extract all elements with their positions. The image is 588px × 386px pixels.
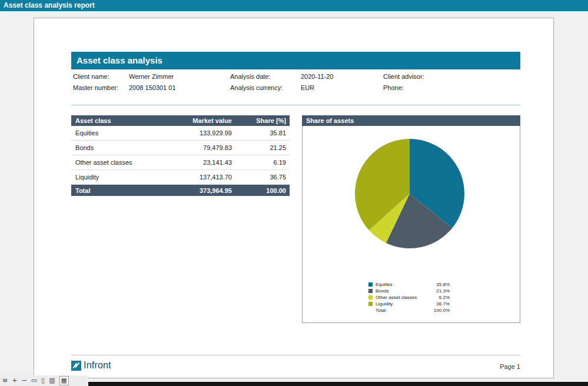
market-value: 133,929.99 <box>165 129 233 137</box>
market-value: 23,141.43 <box>165 159 233 166</box>
share-percent: 35.81 <box>233 129 290 137</box>
table-row: Bonds 79,479.83 21.25 <box>71 141 290 155</box>
table-row: Equities 133,929.99 35.81 <box>71 126 290 141</box>
chart-legend: Equities 35.8% Bonds 21.3% Other asset c… <box>368 281 450 314</box>
legend-total-label: Total: <box>376 308 430 313</box>
total-market-value: 373,964.95 <box>165 187 233 194</box>
share-percent: 6.19 <box>233 159 290 166</box>
table-row: Other asset classes 23,141.43 6.19 <box>71 155 290 170</box>
total-share: 100.00 <box>233 187 290 194</box>
analysis-date-value: 2020-11-20 <box>301 73 333 81</box>
table-header-row: Asset class Market value Share [%] <box>71 115 290 126</box>
asset-class-name: Other asset classes <box>71 159 165 166</box>
legend-label: Other asset classes <box>376 295 430 300</box>
infront-logo-icon <box>71 361 81 371</box>
analysis-date-label: Analysis date: <box>230 73 270 81</box>
window-title-bar: Asset class analysis report <box>0 0 588 11</box>
legend-total-row: Total: 100.0% <box>368 307 450 314</box>
analysis-currency-value: EUR <box>301 84 314 92</box>
legend-swatch-liquidity <box>368 302 373 306</box>
page-number: Page 1 <box>461 363 520 370</box>
table-row: Liquidity 137,413.70 36.75 <box>71 170 290 185</box>
analysis-currency-label: Analysis currency: <box>230 84 283 92</box>
legend-label: Equities <box>376 282 430 287</box>
col-header-market-value: Market value <box>165 117 233 124</box>
legend-swatch-bonds <box>368 289 373 293</box>
two-page-view-icon[interactable]: ▥ <box>49 377 55 385</box>
market-value: 137,413.70 <box>165 174 233 181</box>
legend-item: Equities 35.8% <box>368 281 450 288</box>
thumbnail-view-icon[interactable]: ▦ <box>59 376 69 385</box>
asset-class-table: Asset class Market value Share [%] Equit… <box>71 115 290 196</box>
legend-item: Other asset classes 6.2% <box>368 294 450 301</box>
report-title: Asset class analysis <box>77 55 162 65</box>
report-page: Asset class analysis Client name: Werner… <box>34 18 554 378</box>
master-number-value: 2008 150301 01 <box>129 84 176 92</box>
pie-chart <box>351 135 469 252</box>
share-percent: 36.75 <box>233 174 290 181</box>
legend-label: Bonds <box>376 288 430 294</box>
col-header-asset-class: Asset class <box>71 117 165 124</box>
share-percent: 21.25 <box>233 144 290 151</box>
table-total-row: Total 373,964.95 100.00 <box>71 185 290 196</box>
bottom-edge-bar <box>26 382 588 386</box>
info-divider <box>71 105 520 105</box>
brand-name: Infront <box>84 360 111 371</box>
legend-value: 6.2% <box>430 295 450 300</box>
client-name-value: Werner Zimmer <box>129 73 174 81</box>
chart-panel-title-bar: Share of assets <box>302 115 520 126</box>
legend-swatch-equities <box>368 282 373 287</box>
phone-label: Phone: <box>383 84 404 92</box>
total-label: Total <box>71 187 165 194</box>
client-name-label: Client name: <box>73 73 109 81</box>
asset-class-name: Bonds <box>71 144 165 151</box>
asset-class-name: Equities <box>71 129 165 137</box>
legend-value: 35.8% <box>430 282 450 287</box>
master-number-label: Master number: <box>73 84 118 92</box>
asset-class-name: Liquidity <box>71 174 165 181</box>
legend-total-value: 100.0% <box>430 308 450 313</box>
market-value: 79,479.83 <box>165 144 233 151</box>
footer-divider <box>71 355 520 355</box>
brand-logo-block: Infront <box>71 360 111 371</box>
zoom-in-icon[interactable]: + <box>12 377 17 385</box>
application-window: { "window": { "title": "Asset class anal… <box>0 0 588 386</box>
legend-item: Bonds 21.3% <box>368 288 450 294</box>
window-title: Asset class analysis report <box>4 1 95 9</box>
single-page-view-icon[interactable]: ▯ <box>41 377 45 385</box>
share-of-assets-panel: Share of assets Equities 35.8% Bonds 21.… <box>302 115 520 323</box>
legend-value: 21.3% <box>430 288 450 294</box>
legend-item: Liquidity 36.7% <box>368 301 450 307</box>
legend-value: 36.7% <box>430 301 450 307</box>
legend-label: Liquidity <box>376 301 430 307</box>
page-width-view-icon[interactable]: ▭ <box>31 377 37 385</box>
zoom-out-icon[interactable]: − <box>21 377 26 385</box>
menu-icon[interactable]: ≡ <box>2 377 8 385</box>
legend-swatch-other-asset-classes <box>368 295 373 300</box>
report-title-bar: Asset class analysis <box>71 52 520 69</box>
chart-panel-title: Share of assets <box>306 117 354 124</box>
viewer-toolbar: ≡ + − ▭ ▯ ▥ ▦ <box>0 375 88 386</box>
col-header-share: Share [%] <box>233 117 290 124</box>
client-advisor-label: Client advisor: <box>383 73 424 81</box>
